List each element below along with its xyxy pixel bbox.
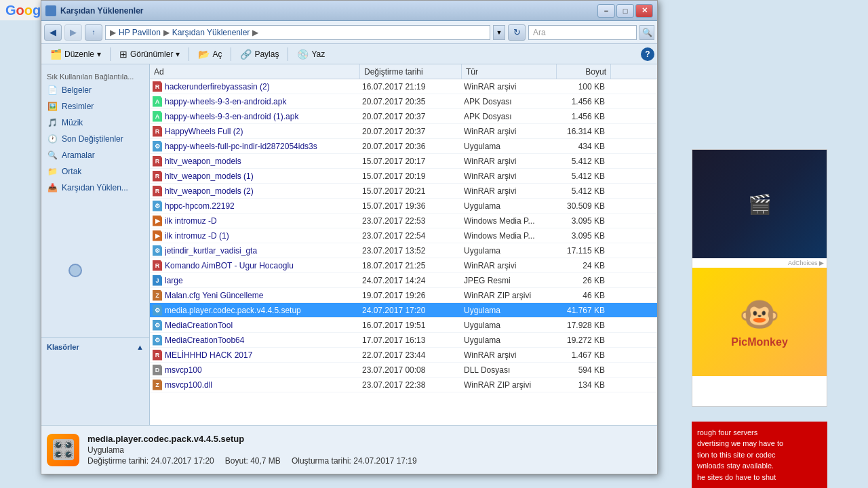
folders-header[interactable]: Klasörler ▲ <box>41 340 149 354</box>
quick-links-label: Sık Kullanılan Bağlantıla... <box>41 70 149 82</box>
table-row[interactable]: ▶ ilk intromuz -D 23.07.2017 22:53 Windo… <box>150 214 657 228</box>
file-date: 20.07.2017 20:37 <box>358 112 460 121</box>
file-name: happy-wheels-9-3-en-android (1).apk <box>165 112 358 121</box>
ad-choices-label: AdChoices ▶ <box>692 258 827 268</box>
sidebar-item-muzik[interactable]: 🎵 Müzik <box>41 115 149 131</box>
file-icon: R <box>150 260 165 271</box>
aramalar-icon: 🔍 <box>47 150 58 161</box>
file-date: 16.07.2017 19:51 <box>358 321 460 330</box>
toolbar: 🗂️ Düzenle ▾ ⊞ Görünümler ▾ 📂 Aç 🔗 Payla… <box>41 44 657 64</box>
table-row[interactable]: R hackerunderfirebyassasin (2) 16.07.201… <box>150 79 657 94</box>
sidebar: Sık Kullanılan Bağlantıla... 📄 Belgeler … <box>41 64 150 425</box>
file-size: 17.115 KB <box>555 246 609 256</box>
address-dropdown[interactable]: ▼ <box>493 25 505 40</box>
share-label: Paylaş <box>254 49 279 59</box>
table-row[interactable]: Z Malan.cfg Yeni Güncelleme 19.07.2017 1… <box>150 288 657 303</box>
table-row[interactable]: R hltv_weapon_models 15.07.2017 20:17 Wi… <box>150 154 657 169</box>
table-row[interactable]: ⚙ MediaCreationTool 16.07.2017 19:51 Uyg… <box>150 318 657 333</box>
status-file-icon: 🎛️ <box>47 434 79 466</box>
sidebar-item-aramalar[interactable]: 🔍 Aramalar <box>41 147 149 163</box>
file-date: 20.07.2017 20:37 <box>358 127 460 136</box>
up-button[interactable]: ↑ <box>85 24 102 41</box>
table-row[interactable]: R hltv_weapon_models (2) 15.07.2017 20:2… <box>150 184 657 199</box>
sidebar-item-son-degistilenler[interactable]: 🕐 Son Değiştilenler <box>41 131 149 147</box>
resimler-label: Resimler <box>62 102 94 111</box>
file-size: 24 KB <box>555 261 609 270</box>
minimize-button[interactable]: − <box>597 4 615 18</box>
file-size: 434 KB <box>555 142 609 151</box>
table-row[interactable]: ⚙ MediaCreationToob64 17.07.2017 16:13 U… <box>150 333 657 348</box>
table-row[interactable]: A happy-wheels-9-3-en-android.apk 20.07.… <box>150 94 657 109</box>
file-size: 1.456 KB <box>555 112 609 121</box>
picmonkey-ad[interactable]: 🐵 PicMonkey <box>692 268 827 376</box>
file-type: WinRAR ZIP arşivi <box>460 380 555 390</box>
organize-button[interactable]: 🗂️ Düzenle ▾ <box>44 46 107 62</box>
table-row[interactable]: Z msvcp100.dll 23.07.2017 22:38 WinRAR Z… <box>150 378 657 392</box>
table-row[interactable]: A happy-wheels-9-3-en-android (1).apk 20… <box>150 109 657 124</box>
col-header-type[interactable]: Tür <box>462 64 557 79</box>
file-date: 15.07.2017 20:17 <box>358 157 460 166</box>
open-button[interactable]: 📂 Aç <box>192 46 228 62</box>
karsidan-icon: 📥 <box>47 182 58 193</box>
table-row[interactable]: ⚙ happy-wheels-full-pc-indir-id2872054id… <box>150 139 657 154</box>
burn-button[interactable]: 💿 Yaz <box>291 46 331 62</box>
file-type: WinRAR ZIP arşivi <box>460 291 555 300</box>
organize-label: Düzenle <box>64 49 94 59</box>
file-name: Komando AimBOT - Ugur Hocaoglu <box>165 261 358 270</box>
file-name: hackerunderfirebyassasin (2) <box>165 82 358 92</box>
search-box[interactable]: Ara <box>528 25 637 40</box>
red-banner: rough four servers dvertising we may hav… <box>692 422 827 489</box>
file-name: msvcp100 <box>165 365 358 375</box>
path-separator-2: ▶ <box>163 28 170 37</box>
file-date: 17.07.2017 16:13 <box>358 336 460 345</box>
resimler-icon: 🖼️ <box>47 101 58 112</box>
sidebar-item-resimler[interactable]: 🖼️ Resimler <box>41 98 149 115</box>
table-row[interactable]: R MELİHHHD HACK 2017 22.07.2017 23:44 Wi… <box>150 348 657 363</box>
file-name: media.player.codec.pack.v4.4.5.setup <box>165 306 358 315</box>
file-size: 19.272 KB <box>555 336 609 345</box>
red-text-3: tion to this site or codec <box>697 449 822 461</box>
table-row[interactable]: ⚙ jetindir_kurtlar_vadisi_gta 23.07.2017… <box>150 243 657 258</box>
file-name: MELİHHHD HACK 2017 <box>165 350 358 360</box>
file-list[interactable]: R hackerunderfirebyassasin (2) 16.07.201… <box>150 79 657 425</box>
ortak-icon: 📁 <box>47 166 58 177</box>
status-create-label: Oluşturma tarihi: 24.07.2017 17:19 <box>292 456 417 466</box>
maximize-button[interactable]: □ <box>616 4 634 18</box>
table-row[interactable]: D msvcp100 23.07.2017 00:08 DLL Dosyası … <box>150 363 657 378</box>
file-icon: ⚙ <box>150 245 165 256</box>
file-type: WinRAR arşivi <box>460 171 555 181</box>
toolbar-sep-2 <box>189 47 189 61</box>
help-button[interactable]: ? <box>641 47 654 61</box>
sidebar-item-karsidam[interactable]: 📥 Karşıdan Yüklen... <box>41 180 149 196</box>
close-button[interactable]: ✕ <box>635 4 653 18</box>
file-icon: R <box>150 126 165 137</box>
open-icon: 📂 <box>198 49 210 60</box>
table-row[interactable]: ⚙ hppc-hpcom.22192 15.07.2017 19:36 Uygu… <box>150 199 657 214</box>
col-header-date[interactable]: Değiştirme tarihi <box>360 64 462 79</box>
table-row[interactable]: R hltv_weapon_models (1) 15.07.2017 20:1… <box>150 169 657 184</box>
table-row[interactable]: R Komando AimBOT - Ugur Hocaoglu 18.07.2… <box>150 258 657 273</box>
forward-button[interactable]: ▶ <box>64 24 82 41</box>
organize-arrow: ▾ <box>97 49 101 59</box>
file-icon: A <box>150 96 165 107</box>
file-type: Uygulama <box>460 306 555 315</box>
sidebar-item-belgeler[interactable]: 📄 Belgeler <box>41 82 149 98</box>
table-row[interactable]: ▶ ilk intromuz -D (1) 23.07.2017 22:54 W… <box>150 228 657 243</box>
table-row[interactable]: J large 24.07.2017 14:24 JPEG Resmi 26 K… <box>150 273 657 288</box>
table-row[interactable]: R HappyWheels Full (2) 20.07.2017 20:37 … <box>150 124 657 139</box>
search-button[interactable]: 🔍 <box>639 25 654 40</box>
views-button[interactable]: ⊞ Görünümler ▾ <box>113 46 186 62</box>
share-button[interactable]: 🔗 Paylaş <box>234 46 285 62</box>
file-name: Malan.cfg Yeni Güncelleme <box>165 291 358 300</box>
sidebar-item-ortak[interactable]: 📁 Ortak <box>41 163 149 180</box>
col-header-size[interactable]: Boyut <box>557 64 611 79</box>
file-size: 26 KB <box>555 276 609 285</box>
file-type: WinRAR arşivi <box>460 261 555 270</box>
refresh-button[interactable]: ↻ <box>508 24 526 41</box>
table-row[interactable]: ⚙ media.player.codec.pack.v4.4.5.setup 2… <box>150 303 657 318</box>
search-placeholder: Ara <box>533 28 546 37</box>
back-button[interactable]: ◀ <box>44 24 62 41</box>
address-path[interactable]: ▶ HP Pavillon ▶ Karşıdan Yüklenenler ▶ <box>105 25 490 40</box>
col-header-name[interactable]: Ad <box>150 64 360 79</box>
title-bar-controls: − □ ✕ <box>597 4 653 18</box>
